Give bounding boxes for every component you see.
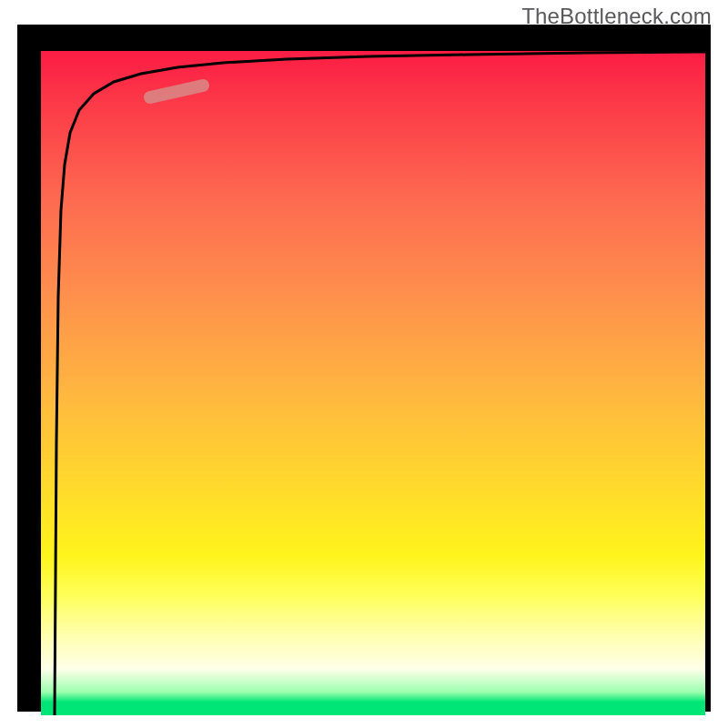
chart-stage: TheBottleneck.com <box>0 0 728 728</box>
main-curve <box>55 52 705 715</box>
highlight-segment <box>150 86 203 97</box>
curve-svg <box>41 51 705 715</box>
plot-frame <box>17 25 711 712</box>
plot-area <box>41 51 705 715</box>
